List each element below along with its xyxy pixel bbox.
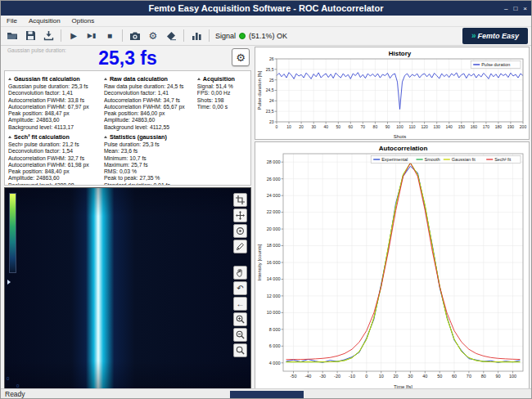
svg-text:80: 80: [481, 374, 486, 379]
svg-text:150: 150: [458, 124, 466, 129]
colorbar-handle-icon[interactable]: [7, 280, 11, 285]
svg-text:200: 200: [520, 124, 527, 129]
back-button[interactable]: ←: [233, 297, 247, 311]
svg-text:6 000: 6 000: [269, 343, 281, 348]
settings-button[interactable]: ⚙: [145, 28, 161, 44]
export-button[interactable]: [40, 28, 56, 44]
stat-row: Autocorrelation FWHM:65,67 px: [104, 104, 195, 110]
open-button[interactable]: [4, 28, 20, 44]
stat-row: Amplitude:24863,60: [104, 117, 195, 123]
zoom-in-button[interactable]: [233, 312, 247, 326]
section-header[interactable]: Statistics (gaussian): [104, 133, 195, 141]
stop-button[interactable]: ■: [101, 28, 118, 44]
stat-row: Deconvolution factor:1,41: [8, 90, 101, 96]
target-icon: [236, 226, 245, 235]
menu-items: FileAcquisitionOptions: [1, 16, 100, 26]
svg-text:100: 100: [396, 124, 404, 129]
collapse-caret-icon: [8, 78, 11, 80]
svg-text:60: 60: [452, 374, 457, 379]
svg-text:30: 30: [311, 124, 316, 129]
svg-text:16 000: 16 000: [267, 260, 281, 265]
stat-row: Amplitude:24863,60: [8, 117, 101, 123]
svg-text:40: 40: [323, 124, 328, 129]
titlebar[interactable]: Femto Easy Acquisition Software - ROC Au…: [1, 1, 531, 16]
svg-text:-20: -20: [334, 374, 340, 379]
stat-row: Autocorrelation FWHM:61,98 px: [8, 162, 101, 168]
window-control-button[interactable]: ×: [523, 5, 527, 12]
stat-row: RMS:0,03 %: [104, 168, 195, 175]
pan-button[interactable]: [233, 266, 247, 280]
section-title-text: Statistics (gaussian): [110, 133, 167, 141]
svg-text:0: 0: [276, 124, 278, 129]
app-window: Femto Easy Acquisition Software - ROC Au…: [0, 0, 532, 399]
svg-text:23,5: 23,5: [266, 109, 274, 114]
stat-row: Gaussian pulse duration:25,3 fs: [8, 83, 101, 90]
section-header[interactable]: Acquisition: [197, 75, 251, 83]
femto-easy-logo: » Femto Easy: [462, 28, 528, 44]
menu-item[interactable]: File: [1, 16, 23, 26]
play-icon: ▶: [70, 32, 77, 40]
back-arrow-icon: ←: [237, 300, 245, 308]
section-header[interactable]: Raw data calculation: [104, 75, 195, 83]
toolbar-separator: [209, 29, 210, 42]
stat-row: Signal:51,4 %: [197, 83, 251, 90]
svg-text:20 000: 20 000: [267, 226, 281, 231]
step-forward-icon: ▶▮: [88, 33, 97, 39]
svg-text:130: 130: [434, 124, 441, 129]
eraser-icon: [166, 31, 177, 41]
save-button[interactable]: [22, 28, 38, 44]
zoom-out-button[interactable]: [233, 328, 247, 342]
stat-row: Deconvolution factor:1,41: [104, 90, 195, 96]
svg-text:Pulse duration [fs]: Pulse duration [fs]: [257, 70, 262, 110]
chart-view-button[interactable]: [188, 28, 205, 44]
svg-text:50: 50: [336, 124, 341, 129]
section-title-text: Raw data calculation: [110, 75, 168, 83]
section-sech-fit: Sech² fit calculation Sech² pulse durati…: [8, 131, 101, 186]
stat-row: Peak to peak:27,35 %: [104, 175, 195, 182]
svg-text:70: 70: [467, 374, 471, 379]
section-acquisition: Acquisition Signal:51,4 %FPS:0,00 HzShot…: [197, 73, 251, 131]
display-settings-button[interactable]: ⚙: [232, 48, 250, 66]
svg-text:50: 50: [437, 374, 442, 379]
menu-item[interactable]: Options: [66, 16, 101, 26]
menu-item[interactable]: Acquisition: [23, 16, 66, 26]
histogram-icon: [192, 31, 202, 41]
stat-row: Peak position:846,00 px: [104, 110, 195, 117]
crop-button[interactable]: [233, 193, 247, 207]
window-title: Femto Easy Acquisition Software - ROC Au…: [148, 3, 383, 13]
clear-button[interactable]: [163, 28, 179, 44]
brush-icon: [236, 242, 245, 251]
stat-row: Background level:4388,08: [8, 182, 101, 186]
window-control-button[interactable]: –: [504, 5, 507, 12]
svg-text:Shots: Shots: [394, 134, 406, 139]
svg-text:-40: -40: [304, 374, 311, 379]
section-title-text: Sech² fit calculation: [14, 133, 70, 141]
stat-row: FPS:0,00 Hz: [197, 90, 251, 96]
stat-row: Deconvolution factor:1,54: [8, 148, 101, 155]
stat-row: Shots:198: [197, 97, 251, 104]
section-header[interactable]: Sech² fit calculation: [8, 133, 101, 141]
measurements-panel: Gaussian fit calculation Gaussian pulse …: [4, 70, 251, 186]
window-control-button[interactable]: □: [513, 5, 517, 12]
colorbar: [9, 193, 16, 273]
undo-icon: ↶: [237, 285, 243, 293]
svg-text:30: 30: [408, 374, 413, 379]
stat-row: Peak position:848,47 px: [8, 110, 101, 117]
play-button[interactable]: ▶: [65, 28, 82, 44]
history-chart: 0102030405060708090100110120130140150160…: [255, 47, 530, 140]
collapse-caret-icon: [104, 136, 107, 138]
move-button[interactable]: [233, 208, 247, 222]
step-forward-button[interactable]: ▶▮: [83, 28, 100, 44]
stat-row: Minimum:10,7 fs: [104, 155, 195, 162]
camera-view[interactable]: 0 0 ↶ ←: [4, 187, 251, 390]
camera-button[interactable]: [127, 28, 143, 44]
zoom-fit-button[interactable]: [233, 343, 247, 357]
floppy-icon: [25, 30, 36, 41]
undo-button[interactable]: ↶: [233, 281, 247, 295]
target-button[interactable]: [233, 224, 247, 238]
stat-row: Standard deviation:0,01 fs: [104, 182, 195, 186]
taskbar-peek[interactable]: [230, 391, 304, 398]
svg-text:12 000: 12 000: [267, 294, 281, 298]
section-header[interactable]: Gaussian fit calculation: [8, 75, 101, 83]
brush-button[interactable]: [233, 240, 247, 253]
